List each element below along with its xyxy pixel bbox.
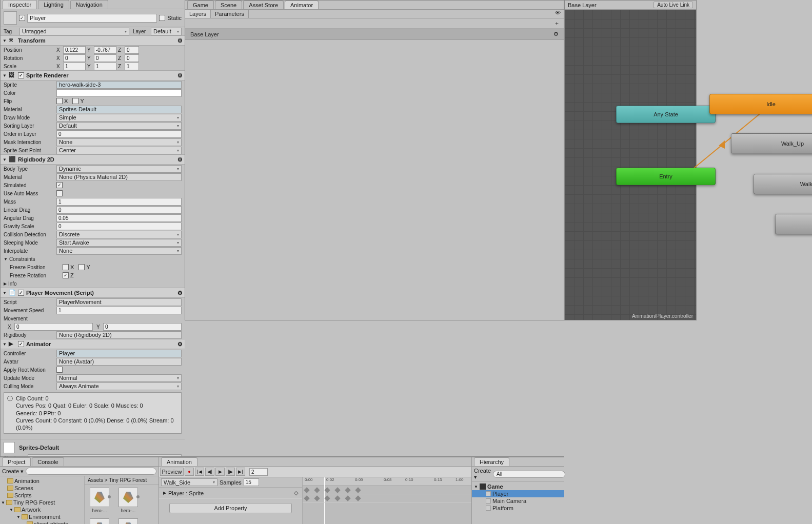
- flip-y[interactable]: [72, 98, 78, 104]
- asset-thumb[interactable]: hero-...: [88, 488, 111, 513]
- asset-thumb[interactable]: hero-...: [116, 488, 140, 513]
- freeze-pos-y[interactable]: [78, 264, 85, 270]
- move-y[interactable]: [103, 323, 182, 331]
- foldout-icon[interactable]: ▼: [3, 291, 7, 295]
- flip-x[interactable]: [56, 98, 63, 104]
- eye-icon[interactable]: 👁: [552, 10, 564, 18]
- clip-dropdown[interactable]: Walk_Side: [161, 478, 217, 486]
- frame-input[interactable]: [249, 468, 268, 476]
- node-entry[interactable]: Entry: [616, 168, 716, 185]
- keyframe[interactable]: [304, 495, 309, 501]
- node-walk-side[interactable]: Walk_Side: [775, 214, 812, 234]
- gravity-field[interactable]: [56, 223, 182, 230]
- update-dropdown[interactable]: Normal: [56, 374, 182, 382]
- samples-input[interactable]: [244, 478, 259, 486]
- bodytype-dropdown[interactable]: Dynamic: [56, 165, 182, 173]
- rot-x[interactable]: [63, 54, 86, 62]
- tab-navigation[interactable]: Navigation: [70, 0, 108, 9]
- pm-rb-field[interactable]: None (Rigidbody 2D): [56, 331, 182, 339]
- gear-icon[interactable]: ⚙: [553, 31, 559, 37]
- freeze-rot-z[interactable]: [63, 272, 69, 278]
- project-tree[interactable]: Animation Scenes Scripts ▼Tiny RPG Fores…: [0, 476, 85, 524]
- breadcrumb[interactable]: Assets > Tiny RPG Forest: [85, 476, 159, 485]
- timeline-ruler[interactable]: 0:00 0:02 0:05 0:08 0:10 0:13 1:00: [303, 477, 471, 486]
- sortlayer-dropdown[interactable]: Default: [56, 122, 182, 130]
- tab-console[interactable]: Console: [32, 457, 64, 466]
- mass-field[interactable]: [56, 198, 182, 206]
- speed-field[interactable]: [56, 307, 182, 314]
- tab-inspector[interactable]: Inspector: [3, 0, 37, 9]
- create-dropdown[interactable]: Create ▾: [474, 468, 491, 480]
- keyframe[interactable]: [324, 495, 330, 501]
- move-x[interactable]: [14, 323, 93, 331]
- order-field[interactable]: [56, 130, 182, 138]
- add-property-button[interactable]: Add Property: [169, 503, 292, 513]
- root-checkbox[interactable]: [56, 367, 63, 373]
- cull-dropdown[interactable]: Always Animate: [56, 382, 182, 390]
- sortpoint-dropdown[interactable]: Center: [56, 147, 182, 154]
- animator-graph[interactable]: Any State Idle Walk_Up Entry Walk_Down W…: [565, 10, 696, 320]
- keyframe-row[interactable]: [303, 494, 471, 502]
- layer-dropdown[interactable]: Default: [151, 28, 182, 35]
- node-idle[interactable]: Idle: [709, 94, 812, 114]
- foldout-icon[interactable]: ▼: [3, 157, 7, 162]
- create-dropdown[interactable]: Create ▾: [2, 468, 24, 475]
- rb-material-field[interactable]: None (Physics Material 2D): [56, 173, 182, 181]
- script-field[interactable]: PlayerMovement: [56, 298, 182, 306]
- breadcrumb[interactable]: Base Layer: [568, 2, 597, 8]
- scale-x[interactable]: [63, 63, 86, 70]
- drawmode-dropdown[interactable]: Simple: [56, 114, 182, 122]
- scale-z[interactable]: [125, 63, 139, 70]
- foldout-icon[interactable]: ▼: [4, 257, 8, 261]
- tab-asset-store[interactable]: Asset Store: [243, 1, 284, 9]
- angdrag-field[interactable]: [56, 214, 182, 222]
- color-field[interactable]: [56, 89, 182, 97]
- material-field[interactable]: Sprites-Default: [56, 106, 182, 113]
- sleep-dropdown[interactable]: Start Awake: [56, 239, 182, 247]
- pos-y[interactable]: [94, 46, 116, 54]
- node-walk-up[interactable]: Walk_Up: [731, 133, 812, 154]
- tab-animation[interactable]: Animation: [161, 457, 197, 466]
- foldout-icon[interactable]: ▼: [3, 73, 7, 78]
- sr-enabled[interactable]: [18, 72, 24, 78]
- lindrag-field[interactable]: [56, 206, 182, 214]
- keyframe[interactable]: [355, 487, 361, 493]
- rot-y[interactable]: [94, 54, 116, 62]
- keyframe[interactable]: [304, 487, 309, 493]
- tag-dropdown[interactable]: Untagged: [19, 28, 129, 35]
- gameobject-icon[interactable]: [4, 11, 17, 25]
- first-frame-button[interactable]: |◀: [195, 468, 204, 476]
- property-row[interactable]: ▶Player : Sprite◇: [159, 488, 302, 499]
- keyframe[interactable]: [334, 495, 340, 501]
- mask-dropdown[interactable]: None: [56, 138, 182, 146]
- node-any-state[interactable]: Any State: [616, 106, 716, 123]
- pm-enabled[interactable]: [18, 290, 24, 296]
- node-walk-down[interactable]: Walk_Down: [754, 174, 812, 194]
- asset-thumb[interactable]: hero-...: [116, 518, 140, 524]
- tab-hierarchy[interactable]: Hierarchy: [474, 457, 509, 466]
- foldout-icon[interactable]: ▶: [4, 281, 7, 286]
- foldout-icon[interactable]: ▼: [3, 38, 7, 43]
- search-input[interactable]: [26, 468, 156, 475]
- keyframe[interactable]: [345, 495, 350, 501]
- parameters-tab[interactable]: Parameters: [211, 10, 249, 18]
- keyframe[interactable]: [345, 487, 350, 493]
- preview-button[interactable]: Preview: [160, 468, 184, 476]
- sprite-field[interactable]: hero-walk-side-3: [56, 81, 182, 89]
- keyframe[interactable]: [324, 487, 330, 493]
- scale-y[interactable]: [94, 63, 116, 70]
- add-layer-button[interactable]: ＋: [554, 20, 560, 26]
- keyframe-icon[interactable]: ◇: [294, 490, 298, 496]
- tab-game[interactable]: Game: [187, 1, 214, 9]
- tab-scene[interactable]: Scene: [215, 1, 242, 9]
- gear-icon[interactable]: ⚙: [177, 341, 183, 348]
- hierarchy-item-camera[interactable]: Main Camera: [472, 497, 564, 505]
- keyframe[interactable]: [314, 487, 320, 493]
- next-frame-button[interactable]: |▶: [226, 468, 235, 476]
- hierarchy-item-platform[interactable]: Platform: [472, 505, 564, 512]
- scene-row[interactable]: ▼Game: [472, 483, 564, 490]
- automass-checkbox[interactable]: [56, 190, 63, 196]
- anim-enabled[interactable]: [18, 341, 24, 347]
- keyframe-row[interactable]: [303, 486, 471, 494]
- keyframe[interactable]: [355, 495, 361, 501]
